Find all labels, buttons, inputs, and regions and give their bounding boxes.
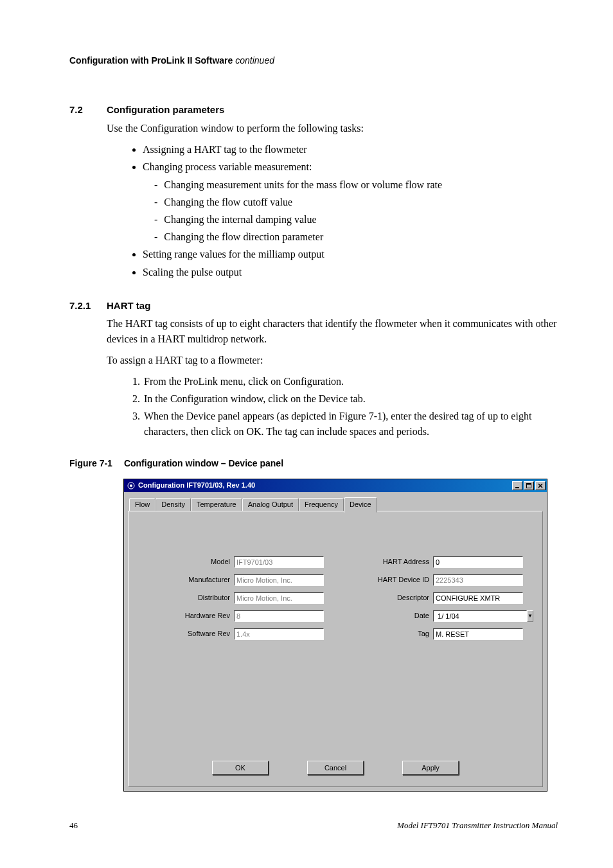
close-button[interactable]: [535, 481, 546, 490]
manufacturer-label: Manufacturer: [188, 575, 234, 585]
descriptor-field[interactable]: [433, 592, 523, 604]
list-item-text: Changing process variable measurement:: [143, 161, 312, 172]
distributor-field[interactable]: [234, 592, 324, 604]
header-title: Configuration with ProLink II Software: [69, 55, 233, 66]
date-field[interactable]: [433, 610, 527, 622]
tag-row: Tag: [347, 628, 523, 640]
list-item: Changing the internal damping value: [164, 212, 558, 227]
section-number: 7.2.1: [69, 299, 107, 313]
svg-point-1: [130, 484, 132, 487]
page-number: 46: [69, 820, 78, 832]
tag-label: Tag: [418, 629, 433, 639]
maximize-button[interactable]: [524, 481, 534, 490]
hart-device-id-row: HART Device ID: [347, 574, 523, 586]
tab-device[interactable]: Device: [344, 497, 377, 513]
right-column: HART Address HART Device ID Descriptor: [347, 556, 523, 646]
figure-caption: Figure 7-1Configuration window – Device …: [69, 457, 558, 470]
list-item: Changing the flow cutoff value: [164, 195, 558, 209]
tab-analog-output[interactable]: Analog Output: [242, 498, 299, 512]
steps-list: From the ProLink menu, click on Configur…: [107, 374, 558, 439]
tab-density[interactable]: Density: [155, 498, 191, 512]
figure-label: Figure 7-1: [69, 458, 112, 468]
manufacturer-row: Manufacturer: [148, 574, 324, 586]
list-item: In the Configuration window, click on th…: [143, 391, 558, 406]
model-row: Model: [148, 556, 324, 568]
button-row: OK Cancel Apply: [129, 761, 542, 775]
left-column: Model Manufacturer Distributor: [148, 556, 324, 646]
svg-rect-4: [527, 484, 531, 485]
software-rev-field[interactable]: [234, 628, 324, 640]
page-footer: 46 Model IFT9701 Transmitter Instruction…: [69, 820, 558, 832]
tab-strip: Flow Density Temperature Analog Output F…: [128, 496, 543, 511]
list-item: Scaling the pulse output: [143, 265, 558, 279]
descriptor-label: Descriptor: [397, 593, 433, 603]
figure-title: Configuration window – Device panel: [124, 458, 283, 468]
list-item: Setting range values for the milliamp ou…: [143, 247, 558, 261]
page: Configuration with ProLink II Software c…: [0, 0, 613, 868]
hart-device-id-field[interactable]: [433, 574, 523, 586]
date-label: Date: [414, 611, 433, 621]
sub-list: Changing measurement units for the mass …: [143, 177, 558, 245]
apply-button[interactable]: Apply: [402, 761, 459, 775]
date-picker[interactable]: ▼: [433, 610, 523, 622]
descriptor-row: Descriptor: [347, 592, 523, 604]
date-row: Date ▼: [347, 610, 523, 622]
hart-address-row: HART Address: [347, 556, 523, 568]
list-item: Assigning a HART tag to the flowmeter: [143, 142, 558, 157]
cancel-button[interactable]: Cancel: [307, 761, 364, 775]
model-field[interactable]: [234, 556, 324, 568]
client-area: Flow Density Temperature Analog Output F…: [124, 492, 547, 791]
section-title: HART tag: [107, 299, 150, 313]
svg-rect-2: [515, 487, 519, 488]
section-7-2-heading: 7.2 Configuration parameters: [69, 103, 558, 117]
figure-7-1: Configuration IFT9701/03, Rev 1.40 Flow …: [123, 479, 558, 792]
distributor-label: Distributor: [198, 593, 234, 603]
app-icon: [127, 481, 136, 490]
running-header: Configuration with ProLink II Software c…: [69, 54, 558, 67]
section-number: 7.2: [69, 103, 107, 117]
section-7-2-1-heading: 7.2.1 HART tag: [69, 299, 558, 313]
section-7-2-body: Use the Configuration window to perform …: [107, 121, 558, 279]
software-rev-label: Software Rev: [188, 629, 234, 639]
list-item: Changing the flow direction parameter: [164, 229, 558, 244]
window-title: Configuration IFT9701/03, Rev 1.40: [138, 481, 512, 491]
header-continued: continued: [235, 55, 274, 66]
list-item: When the Device panel appears (as depict…: [143, 409, 558, 438]
hart-device-id-label: HART Device ID: [378, 575, 433, 585]
titlebar[interactable]: Configuration IFT9701/03, Rev 1.40: [124, 479, 547, 492]
hardware-rev-field[interactable]: [234, 610, 324, 622]
section-7-2-1-body: The HART tag consists of up to eight cha…: [107, 316, 558, 438]
list-item: Changing measurement units for the mass …: [164, 177, 558, 192]
hardware-rev-row: Hardware Rev: [148, 610, 324, 622]
model-label: Model: [211, 557, 234, 567]
list-item: Changing process variable measurement: C…: [143, 159, 558, 244]
distributor-row: Distributor: [148, 592, 324, 604]
tag-field[interactable]: [433, 628, 523, 640]
configuration-window: Configuration IFT9701/03, Rev 1.40 Flow …: [123, 479, 547, 792]
device-panel: Model Manufacturer Distributor: [128, 511, 543, 787]
software-rev-row: Software Rev: [148, 628, 324, 640]
paragraph: The HART tag consists of up to eight cha…: [107, 316, 558, 346]
window-controls: [512, 481, 546, 490]
minimize-button[interactable]: [512, 481, 522, 490]
ok-button[interactable]: OK: [212, 761, 269, 775]
chevron-down-icon[interactable]: ▼: [527, 610, 533, 622]
tab-frequency[interactable]: Frequency: [299, 498, 344, 512]
hardware-rev-label: Hardware Rev: [185, 611, 234, 621]
section-title: Configuration parameters: [107, 103, 224, 117]
document-title: Model IFT9701 Transmitter Instruction Ma…: [397, 820, 558, 832]
list-item: From the ProLink menu, click on Configur…: [143, 374, 558, 389]
paragraph: To assign a HART tag to a flowmeter:: [107, 353, 558, 368]
tab-flow[interactable]: Flow: [129, 498, 155, 512]
task-list: Assigning a HART tag to the flowmeter Ch…: [107, 142, 558, 279]
tab-temperature[interactable]: Temperature: [191, 498, 242, 512]
hart-address-label: HART Address: [383, 557, 433, 567]
hart-address-field[interactable]: [433, 556, 523, 568]
manufacturer-field[interactable]: [234, 574, 324, 586]
intro-paragraph: Use the Configuration window to perform …: [107, 121, 558, 136]
form-columns: Model Manufacturer Distributor: [129, 556, 542, 646]
